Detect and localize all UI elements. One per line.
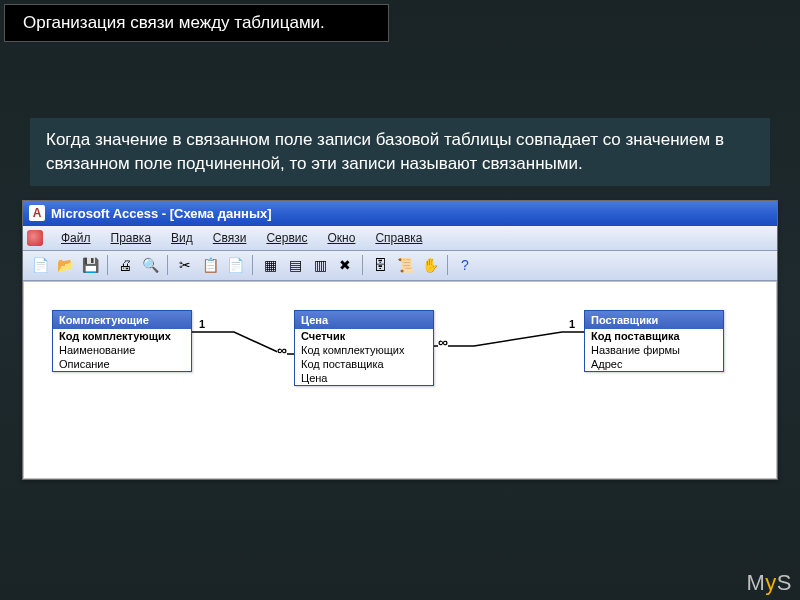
tb-print-icon[interactable]: 🖨: [114, 254, 136, 276]
table-price[interactable]: Цена Счетчик Код комплектующих Код поста…: [294, 310, 434, 386]
table-components[interactable]: Комплектующие Код комплектующих Наименов…: [52, 310, 192, 372]
access-app-icon: A: [29, 205, 45, 221]
menu-view[interactable]: Вид: [161, 229, 203, 247]
tb-cut-icon[interactable]: ✂: [174, 254, 196, 276]
table-field[interactable]: Цена: [295, 371, 433, 385]
menubar: Файл Правка Вид Связи Сервис Окно Справк…: [23, 226, 777, 251]
menu-help[interactable]: Справка: [365, 229, 432, 247]
menu-window[interactable]: Окно: [317, 229, 365, 247]
slide-paragraph: Когда значение в связанном поле записи б…: [30, 118, 770, 186]
tb-db-icon[interactable]: 🗄: [369, 254, 391, 276]
tb-save-icon[interactable]: 💾: [79, 254, 101, 276]
tb-copy-icon[interactable]: 📋: [199, 254, 221, 276]
table-field[interactable]: Код комплектующих: [53, 329, 191, 343]
tb-open-icon[interactable]: 📂: [54, 254, 76, 276]
cardinality-one: 1: [569, 318, 575, 330]
toolbar: 📄 📂 💾 🖨 🔍 ✂ 📋 📄 ▦ ▤ ▥ ✖ 🗄 📜 ✋ ?: [23, 251, 777, 281]
tb-delete-icon[interactable]: ✖: [334, 254, 356, 276]
tb-paste-icon[interactable]: 📄: [224, 254, 246, 276]
menu-tools[interactable]: Сервис: [256, 229, 317, 247]
tb-hand-icon[interactable]: ✋: [419, 254, 441, 276]
titlebar: A Microsoft Access - [Схема данных]: [23, 201, 777, 226]
table-field[interactable]: Код поставщика: [295, 357, 433, 371]
tb-help-icon[interactable]: ?: [454, 254, 476, 276]
table-field[interactable]: Название фирмы: [585, 343, 723, 357]
tb-showtable-icon[interactable]: ▦: [259, 254, 281, 276]
cardinality-many: ∞: [277, 342, 287, 358]
slide-title: Организация связи между таблицами.: [4, 4, 389, 42]
table-field[interactable]: Адрес: [585, 357, 723, 371]
table-field[interactable]: Описание: [53, 357, 191, 371]
menubar-control-icon[interactable]: [27, 230, 43, 246]
table-field[interactable]: Наименование: [53, 343, 191, 357]
window-title: Microsoft Access - [Схема данных]: [51, 206, 272, 221]
tb-separator: [252, 255, 253, 275]
tb-showdirect-icon[interactable]: ▤: [284, 254, 306, 276]
cardinality-many: ∞: [438, 334, 448, 350]
access-screenshot: A Microsoft Access - [Схема данных] Файл…: [22, 200, 778, 480]
watermark: MyS: [746, 570, 792, 596]
tb-script-icon[interactable]: 📜: [394, 254, 416, 276]
tb-separator: [447, 255, 448, 275]
tb-preview-icon[interactable]: 🔍: [139, 254, 161, 276]
cardinality-one: 1: [199, 318, 205, 330]
tb-separator: [107, 255, 108, 275]
table-header[interactable]: Поставщики: [585, 311, 723, 329]
tb-new-icon[interactable]: 📄: [29, 254, 51, 276]
table-header[interactable]: Цена: [295, 311, 433, 329]
table-field[interactable]: Счетчик: [295, 329, 433, 343]
relationships-canvas[interactable]: 1 ∞ ∞ 1 Комплектующие Код комплектующих …: [23, 281, 777, 479]
table-suppliers[interactable]: Поставщики Код поставщика Название фирмы…: [584, 310, 724, 372]
menu-file[interactable]: Файл: [51, 229, 101, 247]
menu-edit[interactable]: Правка: [101, 229, 162, 247]
table-field[interactable]: Код комплектующих: [295, 343, 433, 357]
table-field[interactable]: Код поставщика: [585, 329, 723, 343]
tb-showall-icon[interactable]: ▥: [309, 254, 331, 276]
menu-relationships[interactable]: Связи: [203, 229, 257, 247]
tb-separator: [167, 255, 168, 275]
tb-separator: [362, 255, 363, 275]
table-header[interactable]: Комплектующие: [53, 311, 191, 329]
